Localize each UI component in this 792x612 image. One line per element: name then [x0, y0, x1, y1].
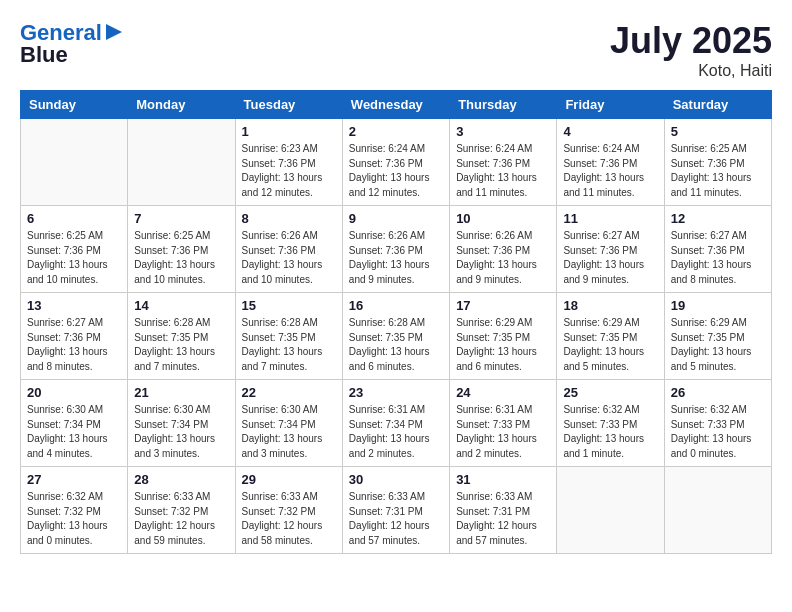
day-number: 31: [456, 472, 550, 487]
day-detail: Sunrise: 6:30 AM Sunset: 7:34 PM Dayligh…: [242, 403, 336, 461]
calendar-day-cell: 1Sunrise: 6:23 AM Sunset: 7:36 PM Daylig…: [235, 119, 342, 206]
day-detail: Sunrise: 6:26 AM Sunset: 7:36 PM Dayligh…: [349, 229, 443, 287]
calendar-day-cell: 6Sunrise: 6:25 AM Sunset: 7:36 PM Daylig…: [21, 206, 128, 293]
weekday-header-cell: Saturday: [664, 91, 771, 119]
weekday-header-cell: Tuesday: [235, 91, 342, 119]
month-year-title: July 2025: [610, 20, 772, 62]
calendar-day-cell: 30Sunrise: 6:33 AM Sunset: 7:31 PM Dayli…: [342, 467, 449, 554]
calendar-day-cell: 31Sunrise: 6:33 AM Sunset: 7:31 PM Dayli…: [450, 467, 557, 554]
calendar-day-cell: 17Sunrise: 6:29 AM Sunset: 7:35 PM Dayli…: [450, 293, 557, 380]
day-detail: Sunrise: 6:23 AM Sunset: 7:36 PM Dayligh…: [242, 142, 336, 200]
day-number: 13: [27, 298, 121, 313]
day-detail: Sunrise: 6:33 AM Sunset: 7:31 PM Dayligh…: [349, 490, 443, 548]
calendar-day-cell: [557, 467, 664, 554]
day-number: 12: [671, 211, 765, 226]
calendar-day-cell: 8Sunrise: 6:26 AM Sunset: 7:36 PM Daylig…: [235, 206, 342, 293]
page-header: General Blue July 2025 Koto, Haiti: [20, 20, 772, 80]
day-number: 10: [456, 211, 550, 226]
day-detail: Sunrise: 6:26 AM Sunset: 7:36 PM Dayligh…: [242, 229, 336, 287]
calendar-day-cell: 14Sunrise: 6:28 AM Sunset: 7:35 PM Dayli…: [128, 293, 235, 380]
logo: General Blue: [20, 20, 122, 68]
day-detail: Sunrise: 6:29 AM Sunset: 7:35 PM Dayligh…: [563, 316, 657, 374]
calendar-day-cell: 23Sunrise: 6:31 AM Sunset: 7:34 PM Dayli…: [342, 380, 449, 467]
day-number: 7: [134, 211, 228, 226]
calendar-day-cell: 10Sunrise: 6:26 AM Sunset: 7:36 PM Dayli…: [450, 206, 557, 293]
day-detail: Sunrise: 6:33 AM Sunset: 7:32 PM Dayligh…: [134, 490, 228, 548]
day-detail: Sunrise: 6:31 AM Sunset: 7:33 PM Dayligh…: [456, 403, 550, 461]
calendar-day-cell: 9Sunrise: 6:26 AM Sunset: 7:36 PM Daylig…: [342, 206, 449, 293]
day-number: 4: [563, 124, 657, 139]
day-detail: Sunrise: 6:29 AM Sunset: 7:35 PM Dayligh…: [671, 316, 765, 374]
day-number: 11: [563, 211, 657, 226]
day-number: 20: [27, 385, 121, 400]
calendar-day-cell: 24Sunrise: 6:31 AM Sunset: 7:33 PM Dayli…: [450, 380, 557, 467]
logo-arrow-icon: [106, 24, 122, 44]
day-detail: Sunrise: 6:24 AM Sunset: 7:36 PM Dayligh…: [349, 142, 443, 200]
calendar-week-row: 27Sunrise: 6:32 AM Sunset: 7:32 PM Dayli…: [21, 467, 772, 554]
day-detail: Sunrise: 6:27 AM Sunset: 7:36 PM Dayligh…: [27, 316, 121, 374]
calendar-day-cell: 12Sunrise: 6:27 AM Sunset: 7:36 PM Dayli…: [664, 206, 771, 293]
day-number: 5: [671, 124, 765, 139]
day-detail: Sunrise: 6:33 AM Sunset: 7:32 PM Dayligh…: [242, 490, 336, 548]
calendar-day-cell: 5Sunrise: 6:25 AM Sunset: 7:36 PM Daylig…: [664, 119, 771, 206]
calendar-day-cell: 16Sunrise: 6:28 AM Sunset: 7:35 PM Dayli…: [342, 293, 449, 380]
day-detail: Sunrise: 6:28 AM Sunset: 7:35 PM Dayligh…: [349, 316, 443, 374]
day-detail: Sunrise: 6:29 AM Sunset: 7:35 PM Dayligh…: [456, 316, 550, 374]
day-number: 18: [563, 298, 657, 313]
calendar-day-cell: 18Sunrise: 6:29 AM Sunset: 7:35 PM Dayli…: [557, 293, 664, 380]
day-number: 3: [456, 124, 550, 139]
day-number: 17: [456, 298, 550, 313]
calendar-day-cell: 26Sunrise: 6:32 AM Sunset: 7:33 PM Dayli…: [664, 380, 771, 467]
calendar-day-cell: [128, 119, 235, 206]
day-detail: Sunrise: 6:27 AM Sunset: 7:36 PM Dayligh…: [671, 229, 765, 287]
calendar-day-cell: 13Sunrise: 6:27 AM Sunset: 7:36 PM Dayli…: [21, 293, 128, 380]
day-number: 29: [242, 472, 336, 487]
day-detail: Sunrise: 6:30 AM Sunset: 7:34 PM Dayligh…: [134, 403, 228, 461]
day-number: 1: [242, 124, 336, 139]
day-detail: Sunrise: 6:25 AM Sunset: 7:36 PM Dayligh…: [27, 229, 121, 287]
day-number: 25: [563, 385, 657, 400]
calendar-day-cell: 25Sunrise: 6:32 AM Sunset: 7:33 PM Dayli…: [557, 380, 664, 467]
calendar-day-cell: 15Sunrise: 6:28 AM Sunset: 7:35 PM Dayli…: [235, 293, 342, 380]
calendar-day-cell: 19Sunrise: 6:29 AM Sunset: 7:35 PM Dayli…: [664, 293, 771, 380]
day-number: 24: [456, 385, 550, 400]
weekday-header-cell: Sunday: [21, 91, 128, 119]
day-detail: Sunrise: 6:26 AM Sunset: 7:36 PM Dayligh…: [456, 229, 550, 287]
day-detail: Sunrise: 6:28 AM Sunset: 7:35 PM Dayligh…: [134, 316, 228, 374]
day-detail: Sunrise: 6:32 AM Sunset: 7:33 PM Dayligh…: [671, 403, 765, 461]
calendar-day-cell: 22Sunrise: 6:30 AM Sunset: 7:34 PM Dayli…: [235, 380, 342, 467]
day-number: 15: [242, 298, 336, 313]
weekday-header-cell: Friday: [557, 91, 664, 119]
day-number: 21: [134, 385, 228, 400]
day-number: 19: [671, 298, 765, 313]
day-number: 28: [134, 472, 228, 487]
day-number: 22: [242, 385, 336, 400]
calendar-table: SundayMondayTuesdayWednesdayThursdayFrid…: [20, 90, 772, 554]
day-detail: Sunrise: 6:31 AM Sunset: 7:34 PM Dayligh…: [349, 403, 443, 461]
day-number: 16: [349, 298, 443, 313]
calendar-day-cell: 3Sunrise: 6:24 AM Sunset: 7:36 PM Daylig…: [450, 119, 557, 206]
title-block: July 2025 Koto, Haiti: [610, 20, 772, 80]
day-number: 6: [27, 211, 121, 226]
day-detail: Sunrise: 6:33 AM Sunset: 7:31 PM Dayligh…: [456, 490, 550, 548]
day-number: 27: [27, 472, 121, 487]
day-detail: Sunrise: 6:25 AM Sunset: 7:36 PM Dayligh…: [134, 229, 228, 287]
calendar-week-row: 1Sunrise: 6:23 AM Sunset: 7:36 PM Daylig…: [21, 119, 772, 206]
calendar-day-cell: 20Sunrise: 6:30 AM Sunset: 7:34 PM Dayli…: [21, 380, 128, 467]
calendar-week-row: 20Sunrise: 6:30 AM Sunset: 7:34 PM Dayli…: [21, 380, 772, 467]
svg-marker-0: [106, 24, 122, 40]
day-number: 14: [134, 298, 228, 313]
calendar-day-cell: 7Sunrise: 6:25 AM Sunset: 7:36 PM Daylig…: [128, 206, 235, 293]
day-number: 30: [349, 472, 443, 487]
calendar-day-cell: 29Sunrise: 6:33 AM Sunset: 7:32 PM Dayli…: [235, 467, 342, 554]
weekday-header-row: SundayMondayTuesdayWednesdayThursdayFrid…: [21, 91, 772, 119]
day-detail: Sunrise: 6:27 AM Sunset: 7:36 PM Dayligh…: [563, 229, 657, 287]
day-detail: Sunrise: 6:32 AM Sunset: 7:33 PM Dayligh…: [563, 403, 657, 461]
weekday-header-cell: Wednesday: [342, 91, 449, 119]
day-detail: Sunrise: 6:32 AM Sunset: 7:32 PM Dayligh…: [27, 490, 121, 548]
day-detail: Sunrise: 6:30 AM Sunset: 7:34 PM Dayligh…: [27, 403, 121, 461]
day-number: 23: [349, 385, 443, 400]
day-number: 26: [671, 385, 765, 400]
calendar-day-cell: 11Sunrise: 6:27 AM Sunset: 7:36 PM Dayli…: [557, 206, 664, 293]
calendar-day-cell: 21Sunrise: 6:30 AM Sunset: 7:34 PM Dayli…: [128, 380, 235, 467]
